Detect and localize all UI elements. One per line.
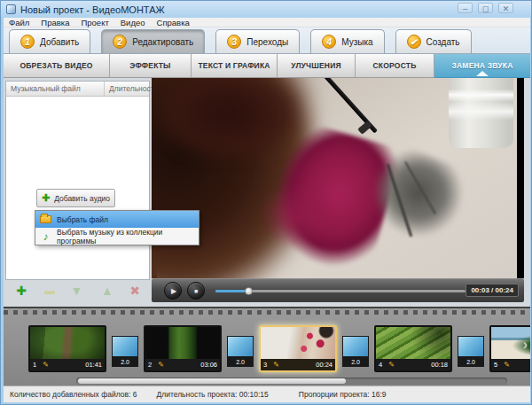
timeline-clip-2[interactable]: 2 ✎ 03:06: [144, 325, 222, 372]
transition-4[interactable]: 2.0: [458, 336, 484, 367]
timeline-clip-4[interactable]: 4 ✎ 00:18: [374, 325, 452, 372]
timeline-clip-1[interactable]: 1 ✎ 01:41: [28, 325, 106, 372]
menu-edit[interactable]: Правка: [41, 18, 69, 27]
step-4-badge: 4: [322, 35, 336, 49]
menu-project[interactable]: Проект: [81, 18, 108, 27]
status-project-duration: Длительность проекта: 00:10:15: [156, 390, 268, 399]
timeline-scrollbar-thumb[interactable]: [78, 378, 346, 384]
app-icon: [6, 4, 16, 14]
app-window: Новый проект - ВидеоМОНТАЖ – ◻ ✕ Файл Пр…: [0, 0, 532, 405]
subtab-replace-audio[interactable]: ЗАМЕНА ЗВУКА: [434, 54, 530, 78]
transition-4-tile: [458, 336, 484, 357]
sub-tabs: ОБРЕЗАТЬ ВИДЕО ЭФФЕКТЫ ТЕКСТ И ГРАФИКА У…: [4, 54, 530, 78]
clip-1-duration: 01:41: [85, 361, 102, 369]
clip-2-duration: 03:06: [200, 361, 217, 369]
transition-3-tile: [342, 336, 369, 357]
window-title: Новый проект - ВидеоМОНТАЖ: [20, 4, 165, 15]
edit-pencil-icon[interactable]: ✎: [273, 361, 279, 369]
transition-1-tile: [112, 336, 138, 357]
move-up-icon[interactable]: ▲: [89, 283, 126, 299]
transition-1-duration: 2.0: [112, 357, 138, 367]
clip-2-thumbnail: [145, 327, 220, 359]
add-file-icon[interactable]: ✚: [8, 283, 35, 299]
main-tabs: 1 Добавить 2 Редактировать 3 Переходы 4 …: [4, 27, 530, 54]
audio-list-header: Музыкальный файл Длительность: [6, 82, 149, 97]
transition-1[interactable]: 2.0: [112, 336, 138, 367]
clip-3-thumbnail: [261, 327, 335, 359]
step-3-badge: 3: [227, 35, 241, 49]
clip-3-number: 3: [263, 361, 267, 369]
folder-icon: [40, 215, 51, 223]
stop-button[interactable]: ■: [187, 282, 205, 300]
step-1-badge: 1: [20, 35, 35, 49]
transition-2[interactable]: 2.0: [227, 336, 254, 367]
menu-video[interactable]: Видео: [121, 18, 145, 27]
tab-edit[interactable]: 2 Редактировать: [101, 29, 205, 53]
edit-pencil-icon[interactable]: ✎: [43, 361, 49, 369]
music-note-icon: ♪: [40, 230, 51, 243]
menu-item-choose-file[interactable]: Выбрать файл: [35, 211, 199, 228]
subtab-speed[interactable]: СКОРОСТЬ: [356, 54, 434, 78]
tab-add[interactable]: 1 Добавить: [9, 29, 90, 53]
clip-4-duration: 00:18: [431, 361, 448, 369]
video-art-water-glass: [449, 78, 513, 148]
column-header-duration[interactable]: Длительность: [105, 82, 149, 96]
add-audio-button[interactable]: ✚ Добавить аудио: [36, 189, 115, 207]
subtab-enhancements[interactable]: УЛУЧШЕНИЯ: [278, 54, 356, 78]
move-down-icon[interactable]: ▼: [65, 283, 89, 299]
time-display: 00:03 / 00:24: [466, 284, 519, 297]
titlebar: Новый проект - ВидеоМОНТАЖ – ◻ ✕: [1, 1, 532, 18]
scroll-right-chevron-icon[interactable]: ›: [523, 337, 528, 353]
subtab-trim-video[interactable]: ОБРЕЗАТЬ ВИДЕО: [4, 54, 110, 78]
seek-thumb[interactable]: [245, 287, 253, 295]
audio-file-panel: Музыкальный файл Длительность: [5, 81, 150, 280]
transition-2-duration: 2.0: [227, 357, 254, 367]
audio-list-toolbar: ✚ ▬ ▼ ▲ ✖: [8, 281, 150, 300]
tab-create[interactable]: ✔ Создать: [395, 29, 472, 53]
menu-item-choose-from-collection[interactable]: ♪ Выбрать музыку из коллекции программы: [35, 228, 199, 245]
subtab-effects[interactable]: ЭФФЕКТЫ: [110, 54, 192, 78]
clip-4-thumbnail: [376, 327, 450, 359]
timeline: 1 ✎ 01:41 2.0 2 ✎ 03:06 2.0 3 ✎: [4, 307, 530, 386]
clip-2-number: 2: [148, 361, 152, 369]
transition-3-duration: 2.0: [342, 357, 369, 367]
clip-4-number: 4: [379, 361, 382, 369]
close-button[interactable]: ✕: [498, 3, 513, 13]
transition-4-duration: 2.0: [458, 357, 484, 367]
remove-file-icon[interactable]: ▬: [35, 283, 65, 299]
subtab-text-graphics[interactable]: ТЕКСТ И ГРАФИКА: [192, 54, 278, 78]
maximize-button[interactable]: ◻: [478, 3, 493, 13]
edit-pencil-icon[interactable]: ✎: [158, 361, 164, 369]
clip-5-number: 5: [494, 361, 497, 369]
transition-3[interactable]: 2.0: [342, 336, 369, 367]
minimize-button[interactable]: –: [458, 3, 473, 13]
tab-transitions[interactable]: 3 Переходы: [215, 29, 300, 53]
video-art-hand-shadow: [157, 78, 301, 158]
status-file-count: Количество добавленных файлов: 6: [10, 390, 137, 399]
edit-pencil-icon[interactable]: ✎: [388, 361, 395, 369]
clip-3-duration: 00:24: [316, 361, 332, 369]
clip-1-number: 1: [33, 361, 36, 369]
transition-2-tile: [227, 336, 254, 357]
add-audio-dropdown-menu: Выбрать файл ♪ Выбрать музыку из коллекц…: [35, 210, 200, 245]
tab-music[interactable]: 4 Музыка: [310, 29, 384, 53]
step-2-badge: 2: [113, 35, 127, 49]
seek-progress: [215, 290, 248, 292]
video-frame: [157, 78, 517, 278]
delete-icon[interactable]: ✖: [126, 283, 144, 299]
seek-slider[interactable]: [215, 290, 466, 292]
menubar: Файл Правка Проект Видео Справка: [4, 18, 530, 27]
edit-pencil-icon[interactable]: ✎: [504, 361, 510, 369]
status-project-proportions: Пропорции проекта: 16:9: [299, 390, 387, 399]
timeline-clip-3-selected[interactable]: 3 ✎ 00:24: [259, 325, 337, 372]
menu-file[interactable]: Файл: [9, 18, 29, 27]
status-bar: Количество добавленных файлов: 6 Длитель…: [4, 386, 530, 402]
playback-bar: ▶ ■ 00:03 / 00:24: [152, 278, 524, 302]
column-header-music-file[interactable]: Музыкальный файл: [6, 82, 105, 96]
filmstrip-sprockets: [4, 310, 530, 315]
clip-1-thumbnail: [30, 327, 105, 359]
play-button[interactable]: ▶: [164, 282, 182, 300]
plus-icon: ✚: [42, 193, 50, 203]
menu-help[interactable]: Справка: [157, 18, 190, 27]
timeline-scrollbar[interactable]: [76, 378, 507, 385]
